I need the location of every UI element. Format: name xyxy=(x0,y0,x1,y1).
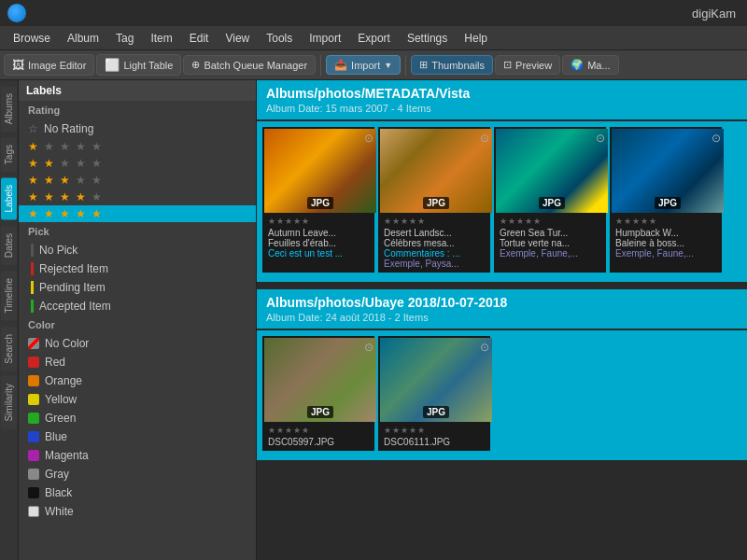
app-icon xyxy=(7,4,26,22)
preview-button[interactable]: ⊡ Preview xyxy=(495,55,560,75)
rating-4star[interactable]: ★★★★★ xyxy=(19,189,256,205)
preview-label: Preview xyxy=(515,60,552,71)
thumbnails-button[interactable]: ⊞ Thumbnails xyxy=(411,55,493,75)
thumb-image-0-3: JPG⊙ xyxy=(612,129,724,213)
rating-5star[interactable]: ★★★★★ xyxy=(19,205,256,222)
thumb-star-3: ★ xyxy=(409,426,416,435)
color-dot-blue xyxy=(28,431,39,442)
main-layout: Albums Tags Labels Dates Timeline Search… xyxy=(0,80,747,560)
thumb-star-1: ★ xyxy=(624,217,631,226)
menu-tools[interactable]: Tools xyxy=(259,30,300,47)
image-editor-icon: 🖼 xyxy=(12,58,24,72)
thumb-star-1: ★ xyxy=(276,426,284,435)
star4: ★ xyxy=(76,140,86,153)
album-title-1: Albums/photos/Ubaye 2018/10-07-2018 xyxy=(266,295,738,310)
sidebar-tab-albums[interactable]: Albums xyxy=(1,86,17,132)
thumb-tags-0-1: Exemple, Paysa... xyxy=(384,259,485,269)
menu-item[interactable]: Item xyxy=(143,30,179,47)
menu-edit[interactable]: Edit xyxy=(182,30,217,47)
menu-album[interactable]: Album xyxy=(60,30,106,47)
no-rating-star-icon: ☆ xyxy=(28,122,38,135)
menu-settings[interactable]: Settings xyxy=(400,30,455,47)
sidebar-tab-timeline[interactable]: Timeline xyxy=(1,271,17,320)
toolbar-separator2 xyxy=(405,55,406,76)
color-dot-white xyxy=(28,506,39,517)
accepted-item[interactable]: Accepted Item xyxy=(19,297,256,315)
menu-view[interactable]: View xyxy=(218,30,257,47)
sidebar-tab-labels[interactable]: Labels xyxy=(1,177,17,219)
star2: ★ xyxy=(44,140,54,153)
thumb-star-3: ★ xyxy=(641,217,648,226)
no-rating-item[interactable]: ☆ No Rating xyxy=(19,119,256,138)
sidebar-tab-search[interactable]: Search xyxy=(1,327,17,371)
pending-item[interactable]: Pending Item xyxy=(19,278,256,297)
color-item-yellow[interactable]: Yellow xyxy=(19,390,256,409)
light-table-label: Light Table xyxy=(123,60,173,71)
thumb-star-3: ★ xyxy=(293,217,301,226)
menu-help[interactable]: Help xyxy=(457,30,495,47)
thumb-item-1-0[interactable]: JPG⊙★★★★★DSC05997.JPG xyxy=(262,336,374,451)
rating-2star[interactable]: ★★★★★ xyxy=(19,155,256,172)
thumb-item-0-1[interactable]: JPG⊙★★★★★Desert Landsc...Célèbres mesa..… xyxy=(378,127,490,273)
menu-export[interactable]: Export xyxy=(350,30,398,47)
map-button[interactable]: 🌍 Ma... xyxy=(562,55,618,75)
album-header-0: Albums/photos/METADATA/VistaAlbum Date: … xyxy=(257,80,747,119)
sidebar-tab-similarity[interactable]: Similarity xyxy=(1,376,17,429)
thumb-name-0-3: Humpback W... xyxy=(615,228,716,238)
thumb-tags-0-2: Exemple, Faune,... xyxy=(500,248,600,259)
thumb-info-1-1: ★★★★★DSC06111.JPG xyxy=(380,422,488,449)
import-chevron: ▼ xyxy=(384,61,392,70)
menu-browse[interactable]: Browse xyxy=(6,30,58,47)
thumbnails-label: Thumbnails xyxy=(431,60,485,71)
import-button[interactable]: 📥 Import ▼ xyxy=(326,55,401,75)
color-item-magenta[interactable]: Magenta xyxy=(19,446,256,465)
thumbnails-icon: ⊞ xyxy=(419,59,428,71)
color-item-gray[interactable]: Gray xyxy=(19,465,256,483)
thumb-info-0-0: ★★★★★Autumn Leave...Feuilles d'érab...Ce… xyxy=(264,213,373,260)
no-pick-icon xyxy=(31,244,34,257)
color-item-no-color[interactable]: No Color xyxy=(19,334,256,353)
color-item-black[interactable]: Black xyxy=(19,483,256,502)
menubar: Browse Album Tag Item Edit View Tools Im… xyxy=(0,26,747,50)
sidebar-tab-dates[interactable]: Dates xyxy=(1,226,17,265)
color-item-blue[interactable]: Blue xyxy=(19,427,256,446)
batch-queue-button[interactable]: ⊕ Batch Queue Manager xyxy=(183,55,316,75)
thumb-item-0-2[interactable]: JPG⊙★★★★★Green Sea Tur...Tortue verte na… xyxy=(494,127,606,273)
thumb-star-0: ★ xyxy=(268,426,275,435)
batch-queue-icon: ⊕ xyxy=(191,59,200,71)
thumb-grid-1: JPG⊙★★★★★DSC05997.JPGJPG⊙★★★★★DSC06111.J… xyxy=(257,330,747,460)
menu-tag[interactable]: Tag xyxy=(108,30,141,47)
no-pick-item[interactable]: No Pick xyxy=(19,241,256,259)
color-item-red[interactable]: Red xyxy=(19,353,256,371)
thumb-star-1: ★ xyxy=(392,217,400,226)
thumb-tags-0-3: Exemple, Faune,... xyxy=(615,248,716,259)
thumb-badge-1-0: JPG xyxy=(307,406,333,418)
sidebar-tab-tags[interactable]: Tags xyxy=(1,137,17,172)
color-item-white[interactable]: White xyxy=(19,502,256,521)
thumb-item-0-3[interactable]: JPG⊙★★★★★Humpback W...Baleine à boss...E… xyxy=(610,127,722,273)
sidebar-tabs: Albums Tags Labels Dates Timeline Search… xyxy=(0,80,19,560)
image-editor-button[interactable]: 🖼 Image Editor xyxy=(4,54,94,76)
color-dot-green xyxy=(28,413,39,424)
thumb-star-2: ★ xyxy=(401,426,408,435)
rating-1star[interactable]: ★★★★★ xyxy=(19,138,256,155)
color-label-magenta: Magenta xyxy=(45,449,89,462)
menu-import[interactable]: Import xyxy=(302,30,348,47)
color-item-orange[interactable]: Orange xyxy=(19,371,256,390)
rejected-item[interactable]: Rejected Item xyxy=(19,259,256,278)
thumb-subtitle-0-2: Tortue verte na... xyxy=(500,238,600,248)
color-dot-red xyxy=(28,357,39,368)
thumb-item-0-0[interactable]: JPG⊙★★★★★Autumn Leave...Feuilles d'érab.… xyxy=(262,127,374,273)
album-title-0: Albums/photos/METADATA/Vista xyxy=(266,86,738,101)
light-table-icon: ⬜ xyxy=(105,58,120,72)
thumb-subtitle-0-3: Baleine à boss... xyxy=(615,238,716,248)
thumb-stars-1-0: ★★★★★ xyxy=(268,426,369,435)
thumb-image-1-1: JPG⊙ xyxy=(380,338,492,422)
rating-3star[interactable]: ★★★★★ xyxy=(19,172,256,189)
thumb-star-4: ★ xyxy=(302,426,309,435)
album-header-1: Albums/photos/Ubaye 2018/10-07-2018Album… xyxy=(257,289,747,329)
color-item-green[interactable]: Green xyxy=(19,409,256,427)
light-table-button[interactable]: ⬜ Light Table xyxy=(96,54,181,76)
thumb-item-1-1[interactable]: JPG⊙★★★★★DSC06111.JPG xyxy=(378,336,490,451)
preview-icon: ⊡ xyxy=(503,59,512,71)
